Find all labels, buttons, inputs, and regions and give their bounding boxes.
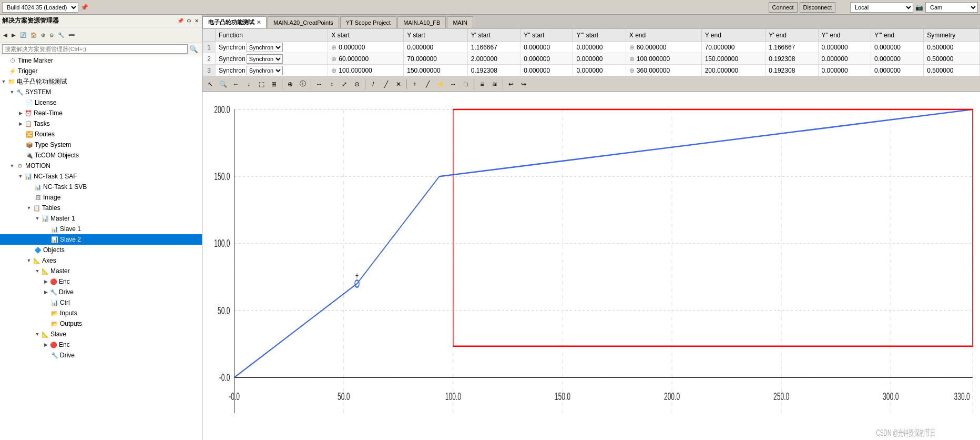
tree-item-image[interactable]: 🖼Image — [0, 192, 202, 203]
tree-item-tables[interactable]: ▼📋Tables — [0, 203, 202, 213]
grid-tool[interactable]: ⊞ — [268, 78, 280, 90]
tree-item-inputs[interactable]: 📂Inputs — [0, 308, 202, 318]
disconnect-button[interactable]: Disconnect — [800, 2, 835, 13]
add-point-tool[interactable]: + — [409, 78, 421, 90]
cell-0-6[interactable]: 0.000000 — [573, 42, 626, 53]
tree-item-axes[interactable]: ▼📐Axes — [0, 255, 202, 266]
tree-toggle-slave_axis[interactable]: ▼ — [34, 331, 41, 338]
prop-tool[interactable]: ≡ — [476, 78, 488, 90]
tree-toggle-system[interactable]: ▼ — [8, 88, 16, 96]
delete-tool[interactable]: ✕ — [393, 78, 404, 90]
curve-tool[interactable]: ╱ — [380, 78, 392, 90]
tree-item-license[interactable]: 📄License — [0, 97, 202, 108]
func-select-1[interactable]: Synchron — [247, 54, 283, 64]
connect-button[interactable]: Connect — [769, 2, 798, 13]
tab-3[interactable]: MAIN.A10_FB — [397, 16, 446, 28]
tree-toggle-slave_enc[interactable]: ▶ — [42, 341, 49, 348]
tab-close-0[interactable]: ✕ — [257, 19, 261, 25]
cell-1-3[interactable]: 70.000000 — [404, 53, 468, 65]
cell-1-11[interactable]: 0.000000 — [871, 53, 923, 65]
tree-item-slave2[interactable]: 📊Slave 2 — [0, 234, 202, 245]
back-button[interactable]: ◀ — [2, 32, 8, 38]
tree-toggle-cam_test[interactable]: ▼ — [0, 78, 7, 85]
frame-tool[interactable]: ⬚ — [256, 78, 267, 90]
pan-down-tool[interactable]: ↓ — [243, 78, 254, 90]
search-input[interactable] — [2, 44, 188, 54]
undo-tool[interactable]: ↩ — [505, 78, 517, 90]
tree-item-tasks[interactable]: ▶📋Tasks — [0, 118, 202, 129]
tangent-tool[interactable]: ╱ — [422, 78, 433, 90]
build-select[interactable]: Build 4024.35 (Loaded) — [2, 2, 78, 13]
fit-v-tool[interactable]: ↕ — [326, 78, 338, 90]
info-tool[interactable]: ⓘ — [297, 78, 309, 90]
cell-0-1[interactable]: Synchron Synchron — [216, 42, 328, 53]
zoom-tool[interactable]: 🔍 — [217, 78, 229, 90]
cell-2-3[interactable]: 150.000000 — [404, 65, 468, 76]
cell-1-6[interactable]: 0.000000 — [573, 53, 626, 65]
tab-2[interactable]: YT Scope Project — [340, 16, 396, 28]
settings-panel-button[interactable]: ⚙ — [186, 17, 192, 24]
tree-item-master1[interactable]: ▼📊Master 1 — [0, 213, 202, 224]
cell-2-6[interactable]: 0.000000 — [573, 65, 626, 76]
tree-item-routes[interactable]: 🔀Routes — [0, 129, 202, 139]
cell-0-10[interactable]: 0.000000 — [818, 42, 871, 53]
redo-tool[interactable]: ↪ — [518, 78, 529, 90]
tree-item-tccom[interactable]: 🔌TcCOM Objects — [0, 150, 202, 161]
cell-0-3[interactable]: 0.000000 — [404, 42, 468, 53]
tree-item-enc[interactable]: ▶🔴Enc — [0, 276, 202, 287]
tree-item-realtime[interactable]: ▶⏰Real-Time — [0, 108, 202, 118]
fit-both-tool[interactable]: ⤢ — [339, 78, 350, 90]
func-select-2[interactable]: Synchron — [247, 66, 283, 75]
tree-toggle-axes[interactable]: ▼ — [25, 257, 33, 264]
cell-1-12[interactable]: 0.500000 — [924, 53, 980, 65]
properties-button[interactable]: ➖ — [67, 32, 76, 38]
rect-tool[interactable]: □ — [460, 78, 472, 90]
tree-item-slave1[interactable]: 📊Slave 1 — [0, 224, 202, 234]
tree-toggle-tasks[interactable]: ▶ — [17, 120, 24, 127]
cell-0-4[interactable]: 1.166667 — [467, 42, 520, 53]
tree-item-cam_test[interactable]: ▼📁电子凸轮功能测试 — [0, 76, 202, 87]
cell-0-12[interactable]: 0.500000 — [924, 42, 980, 53]
cell-0-8[interactable]: 70.000000 — [701, 42, 765, 53]
tree-item-motion[interactable]: ▼⚙MOTION — [0, 161, 202, 171]
cell-1-4[interactable]: 2.000000 — [467, 53, 520, 65]
new-button[interactable]: 🔧 — [57, 32, 65, 38]
sym-tool[interactable]: ↔ — [447, 78, 459, 90]
cell-2-11[interactable]: 0.000000 — [871, 65, 923, 76]
tree-toggle-realtime[interactable]: ▶ — [17, 109, 24, 117]
cell-2-4[interactable]: 0.192308 — [467, 65, 520, 76]
tree-item-nctask1svb[interactable]: 📊NC-Task 1 SVB — [0, 182, 202, 192]
collapse-button[interactable]: ⊖ — [48, 32, 55, 38]
tree-item-master_axis[interactable]: ▼📐Master — [0, 266, 202, 276]
cell-1-8[interactable]: 150.000000 — [701, 53, 765, 65]
refresh-button[interactable]: 🔄 — [19, 32, 27, 38]
pin-panel-button[interactable]: 📌 — [176, 17, 185, 24]
cell-1-5[interactable]: 0.000000 — [520, 53, 573, 65]
target-tool[interactable]: ⊙ — [351, 78, 363, 90]
cell-2-5[interactable]: 0.000000 — [520, 65, 573, 76]
tree-item-trigger[interactable]: ⚡Trigger — [0, 66, 202, 76]
tree-toggle-motion[interactable]: ▼ — [8, 162, 16, 169]
tree-item-slave_axis[interactable]: ▼📐Slave — [0, 329, 202, 339]
lock-tool[interactable]: ⚡ — [434, 78, 446, 90]
tree-item-time_marker[interactable]: ⏱Time Marker — [0, 55, 202, 66]
tree-item-outputs[interactable]: 📂Outputs — [0, 318, 202, 329]
cell-0-5[interactable]: 0.000000 — [520, 42, 573, 53]
forward-button[interactable]: ▶ — [11, 32, 17, 38]
cell-2-8[interactable]: 200.000000 — [701, 65, 765, 76]
snap-tool[interactable]: ≋ — [489, 78, 501, 90]
cell-0-9[interactable]: 1.166667 — [765, 42, 818, 53]
tree-item-slave_drive[interactable]: 🔧Drive — [0, 350, 202, 361]
pan-left-tool[interactable]: ← — [230, 78, 242, 90]
target-select[interactable]: Local — [850, 2, 913, 13]
tree-toggle-master_axis[interactable]: ▼ — [34, 267, 41, 275]
tree-toggle-tables[interactable]: ▼ — [25, 204, 33, 212]
tree-item-system[interactable]: ▼🔧SYSTEM — [0, 87, 202, 97]
cell-1-1[interactable]: Synchron Synchron — [216, 53, 328, 65]
tree-item-typesystem[interactable]: 📦Type System — [0, 139, 202, 150]
tree-item-slave_enc[interactable]: ▶🔴Enc — [0, 339, 202, 350]
cell-2-12[interactable]: 0.500000 — [924, 65, 980, 76]
tree-item-ctrl[interactable]: 📊Ctrl — [0, 297, 202, 308]
tree-toggle-nctask1saf[interactable]: ▼ — [17, 173, 24, 180]
cell-2-9[interactable]: 0.192308 — [765, 65, 818, 76]
